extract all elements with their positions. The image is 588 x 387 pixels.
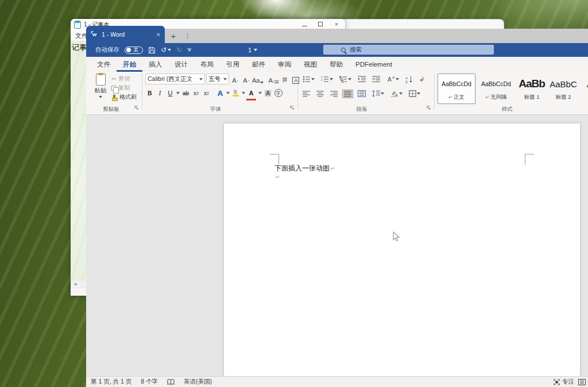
tab-more-icon[interactable]: ⋮ <box>184 30 192 41</box>
word-window[interactable]: + ⋮ W 1 - Word × 自动保存 关 ↺ ↻ 1 搜索 <box>86 26 588 387</box>
title-dropdown-icon[interactable] <box>254 49 257 51</box>
word-count[interactable]: 8 个字 <box>141 378 158 386</box>
document-text-line[interactable]: 下面插入一张动图 ↵ <box>274 164 335 173</box>
line-spacing-button[interactable] <box>370 89 386 98</box>
bold-button[interactable]: B <box>145 88 154 98</box>
save-button[interactable] <box>148 47 156 54</box>
sort-button[interactable]: AZ <box>404 75 415 84</box>
highlight-button[interactable] <box>231 88 240 98</box>
paste-button[interactable]: 粘贴 <box>91 73 110 106</box>
tab-pdfelement[interactable]: PDFelement <box>349 57 399 72</box>
tab-home[interactable]: 开始 <box>117 57 142 72</box>
asian-layout-button[interactable]: A <box>385 75 401 84</box>
style-normal[interactable]: AaBbCcDd ↵正文 <box>438 73 475 104</box>
style-no-spacing[interactable]: AaBbCcDd ↵无间隔 <box>477 73 515 104</box>
style-gallery: AaBbCcDd ↵正文 AaBbCcDd ↵无间隔 AaBb 标题 1 AaB… <box>438 73 588 104</box>
shrink-font-button[interactable]: Aˇ <box>241 74 251 84</box>
paste-dropdown-icon[interactable] <box>99 96 102 98</box>
font-color-button[interactable]: A <box>247 88 256 98</box>
scroll-left-icon[interactable]: ◂ <box>71 280 80 288</box>
copy-button[interactable]: 复制 <box>111 84 130 92</box>
text-effects-dropdown-icon[interactable] <box>226 92 230 94</box>
phonetic-guide-button[interactable]: 拼 <box>280 74 290 84</box>
tab-references[interactable]: 引用 <box>220 57 246 72</box>
increase-indent-button[interactable] <box>370 75 382 84</box>
paragraph-group-label: 段落 <box>297 106 426 113</box>
distribute-button[interactable] <box>356 89 368 98</box>
italic-button[interactable]: I <box>156 88 164 98</box>
undo-icon: ↺ <box>161 46 167 54</box>
multilevel-list-button[interactable] <box>338 75 353 84</box>
numbering-icon: 12 <box>321 76 329 83</box>
decrease-indent-button[interactable] <box>356 75 368 84</box>
sort-icon: AZ <box>405 76 413 83</box>
bullets-button[interactable] <box>301 75 316 84</box>
superscript-button[interactable]: x2 <box>202 88 211 98</box>
change-case-button[interactable]: Aa <box>252 74 264 84</box>
shading-button[interactable] <box>389 89 404 98</box>
search-icon <box>341 48 346 52</box>
paragraph-group: 12 A AZ ↲ <box>297 72 434 114</box>
align-right-button[interactable] <box>328 90 339 98</box>
underline-button[interactable]: U <box>166 88 175 98</box>
quick-access-chevron-icon[interactable] <box>187 48 191 52</box>
align-center-button[interactable] <box>315 90 326 98</box>
undo-button[interactable]: ↺ <box>161 46 171 54</box>
new-tab-button[interactable]: + <box>168 30 179 41</box>
tab-view[interactable]: 视图 <box>297 57 323 72</box>
bullets-icon <box>303 76 311 83</box>
tab-mailings[interactable]: 邮件 <box>246 57 272 72</box>
clear-formatting-button[interactable]: A⌫ <box>268 74 278 84</box>
subscript-button[interactable]: x2 <box>192 88 200 98</box>
clipboard-group-label: 剪贴板 <box>86 106 136 113</box>
paste-icon <box>96 73 106 86</box>
style-title[interactable]: AaB 标题 <box>580 73 588 104</box>
highlight-icon <box>233 90 239 96</box>
autosave-toggle[interactable]: 关 <box>125 47 143 54</box>
document-canvas[interactable]: 下面插入一张动图 ↵ ↵ <box>86 115 588 376</box>
highlight-dropdown-icon[interactable] <box>242 92 245 94</box>
language-indicator[interactable]: 英语(美国) <box>184 378 212 386</box>
document-tab[interactable]: W 1 - Word × <box>86 26 165 43</box>
enclose-characters-button[interactable]: 字 <box>274 88 283 98</box>
search-input[interactable]: 搜索 <box>323 45 494 55</box>
grow-font-button[interactable]: Aˆ <box>230 74 240 84</box>
style-heading2[interactable]: AaBbC 标题 2 <box>548 73 578 104</box>
undo-dropdown-icon[interactable] <box>168 49 171 51</box>
tab-design[interactable]: 设计 <box>168 57 194 72</box>
svg-text:Z: Z <box>405 80 408 83</box>
tab-file[interactable]: 文件 <box>91 57 117 72</box>
tab-help[interactable]: 帮助 <box>323 57 349 72</box>
format-painter-button[interactable]: 格式刷 <box>111 93 137 101</box>
paragraph-dialog-launcher[interactable] <box>427 102 431 113</box>
focus-button[interactable]: 专注 <box>554 378 574 386</box>
styles-group-label: 样式 <box>434 106 580 113</box>
clipboard-group: 粘贴 ✂ 剪切 复制 格式刷 剪贴板 <box>86 72 142 114</box>
text-effects-button[interactable]: A <box>216 88 225 98</box>
strikethrough-button[interactable]: ab <box>181 88 190 98</box>
borders-button[interactable] <box>407 89 422 98</box>
show-marks-button[interactable]: ↲ <box>417 75 426 84</box>
tab-insert[interactable]: 插入 <box>142 57 168 72</box>
cut-button[interactable]: ✂ 剪切 <box>111 75 130 83</box>
focus-icon <box>554 379 560 385</box>
font-dialog-launcher[interactable] <box>290 102 295 113</box>
tab-layout[interactable]: 布局 <box>194 57 220 72</box>
font-color-dropdown-icon[interactable] <box>258 92 262 94</box>
redo-icon: ↻ <box>176 46 182 54</box>
align-left-button[interactable] <box>301 90 312 98</box>
style-heading1[interactable]: AaBb 标题 1 <box>517 73 547 104</box>
read-mode-icon[interactable] <box>578 379 586 385</box>
font-name-select[interactable]: Calibri (西文正文 <box>145 73 205 84</box>
tab-review[interactable]: 审阅 <box>272 57 297 72</box>
justify-button[interactable] <box>342 90 353 98</box>
tab-close-icon[interactable]: × <box>157 31 160 38</box>
document-page[interactable]: 下面插入一张动图 ↵ ↵ <box>224 123 580 376</box>
proofing-icon[interactable] <box>167 379 175 385</box>
page-indicator[interactable]: 第 1 页, 共 1 页 <box>91 378 131 386</box>
clipboard-dialog-launcher[interactable] <box>134 102 139 113</box>
character-shading-button[interactable]: A <box>264 88 272 98</box>
numbering-button[interactable]: 12 <box>319 75 335 84</box>
underline-dropdown-icon[interactable] <box>176 92 180 94</box>
font-size-select[interactable]: 五号 <box>206 73 229 84</box>
